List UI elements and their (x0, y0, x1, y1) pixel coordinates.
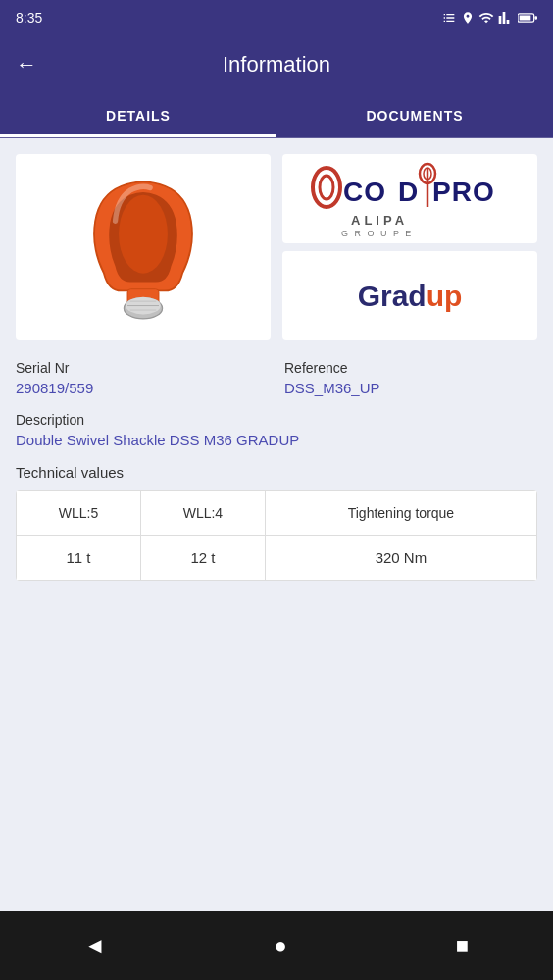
codipro-logo: CO D PRO ALIPA G R O U P E (302, 160, 518, 238)
technical-section: Technical values WLL:5 WLL:4 Tightening … (16, 464, 537, 581)
technical-title: Technical values (16, 464, 537, 481)
page-title: Information (223, 52, 330, 77)
time-display: 8:35 (16, 10, 42, 26)
header: ← Information (0, 35, 553, 94)
table-data-row: 11 t 12 t 320 Nm (17, 536, 537, 581)
content-area: CO D PRO ALIPA G R O U P E (0, 138, 553, 908)
svg-point-11 (320, 176, 333, 199)
serial-label: Serial Nr (16, 360, 269, 376)
tabs-container: DETAILS DOCUMENTS (0, 94, 553, 138)
wifi-icon (478, 10, 494, 26)
svg-text:CO: CO (343, 177, 386, 207)
images-row: CO D PRO ALIPA G R O U P E (16, 154, 537, 340)
brand-images-column: CO D PRO ALIPA G R O U P E (282, 154, 537, 340)
cell-torque-value: 320 Nm (265, 536, 536, 581)
status-bar: 8:35 (0, 0, 553, 35)
gradup-logo: Gradup (358, 280, 463, 313)
serial-value: 290819/559 (16, 380, 269, 396)
product-image (16, 154, 271, 340)
tab-details[interactable]: DETAILS (0, 94, 276, 137)
reference-label: Reference (284, 360, 537, 376)
signal-icon (498, 10, 514, 26)
svg-rect-1 (520, 16, 531, 21)
cell-wll4-value: 12 t (140, 536, 265, 581)
description-value: Double Swivel Shackle DSS M36 GRADUP (16, 432, 537, 448)
nav-bar: ◄ ● ■ (0, 911, 553, 980)
shackle-svg (70, 169, 217, 326)
svg-point-10 (313, 168, 340, 207)
back-button[interactable]: ← (16, 52, 37, 77)
status-time: 8:35 (16, 10, 42, 26)
serial-reference-row: Serial Nr 290819/559 Reference DSS_M36_U… (16, 360, 537, 396)
battery-icon (518, 11, 537, 25)
location-icon (461, 11, 475, 25)
col-header-torque: Tightening torque (265, 491, 536, 536)
col-header-wll5: WLL:5 (17, 491, 141, 536)
description-label: Description (16, 412, 537, 428)
col-header-wll4: WLL:4 (140, 491, 265, 536)
description-section: Description Double Swivel Shackle DSS M3… (16, 412, 537, 448)
nav-home-icon[interactable]: ● (275, 933, 287, 958)
gradup-brand: Gradup (282, 251, 537, 340)
svg-text:G R O U P E: G R O U P E (341, 229, 413, 238)
svg-text:ALIPA: ALIPA (351, 213, 408, 228)
svg-text:D: D (398, 177, 418, 207)
nav-recent-icon[interactable]: ■ (456, 933, 469, 958)
codipro-brand: CO D PRO ALIPA G R O U P E (282, 154, 537, 243)
reference-col: Reference DSS_M36_UP (284, 360, 537, 396)
serial-col: Serial Nr 290819/559 (16, 360, 269, 396)
svg-rect-2 (535, 16, 538, 19)
notification-icon (441, 10, 457, 26)
nav-back-icon[interactable]: ◄ (84, 933, 106, 958)
cell-wll5-value: 11 t (17, 536, 141, 581)
reference-value: DSS_M36_UP (284, 380, 537, 396)
table-header-row: WLL:5 WLL:4 Tightening torque (17, 491, 537, 536)
technical-table: WLL:5 WLL:4 Tightening torque 11 t 12 t … (16, 490, 537, 581)
svg-text:PRO: PRO (432, 177, 495, 207)
svg-point-3 (119, 195, 168, 274)
tab-documents[interactable]: DOCUMENTS (276, 94, 553, 137)
status-icons (441, 10, 537, 26)
